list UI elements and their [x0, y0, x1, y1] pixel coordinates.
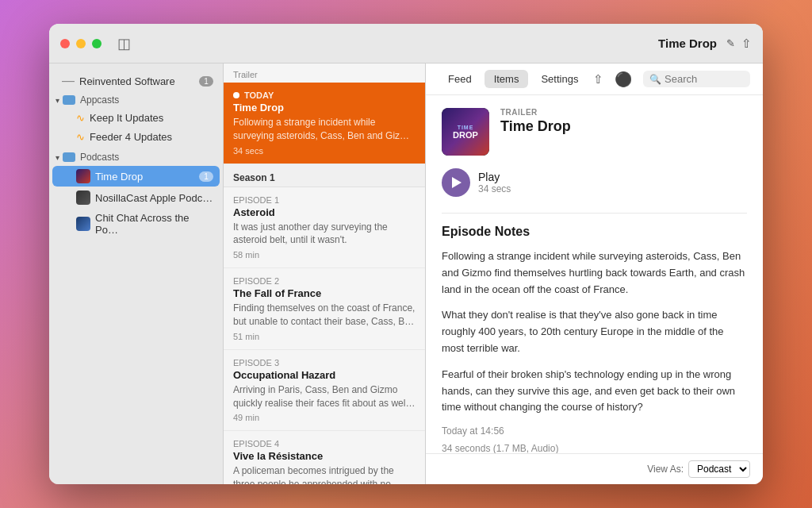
appcasts-folder-icon [63, 95, 75, 105]
main-window: ◫ Time Drop ✎ ⇧ — Reinvented Software 1 … [49, 24, 763, 484]
window-title: Time Drop [658, 37, 717, 50]
right-episode-title: Time Drop [500, 118, 747, 135]
close-button[interactable] [60, 39, 70, 48]
podcasts-label: Podcasts [80, 152, 119, 163]
middle-panel: Trailer TODAY Time Drop Following a stra… [224, 64, 426, 484]
play-info: Play 34 secs [478, 171, 511, 194]
search-input[interactable] [665, 73, 744, 85]
sidebar-item-time-drop[interactable]: Time Drop 1 [52, 166, 220, 187]
time-drop-badge: 1 [199, 171, 213, 182]
right-panel: Feed Items Settings ⇧ ⚫ 🔍 [426, 64, 763, 484]
right-toolbar: Feed Items Settings ⇧ ⚫ 🔍 [426, 64, 763, 95]
view-as-label: View As: [647, 464, 684, 475]
episode-header: TIME DROP TRAILER Time Drop [442, 108, 747, 156]
notes-meta-date: Today at 14:56 [442, 425, 747, 437]
play-row: Play 34 secs [442, 168, 747, 197]
upload-icon[interactable]: ⇧ [741, 37, 752, 51]
ep2-desc: Finding themselves on the coast of Franc… [233, 302, 416, 329]
episode-item-2[interactable]: EPISODE 2 The Fall of France Finding the… [224, 268, 425, 350]
search-box[interactable]: 🔍 [643, 71, 750, 87]
notes-meta-size: 34 seconds (1.7 MB, Audio) [442, 443, 747, 453]
sidebar-item-chit-chat[interactable]: Chit Chat Across the Po… [52, 209, 220, 239]
appcasts-chevron: ▾ [56, 96, 59, 105]
appcasts-label: Appcasts [80, 94, 119, 106]
rss-icon-feeder: ∿ [76, 131, 85, 143]
notes-para-3: Fearful of their broken ship's technolog… [442, 367, 747, 416]
titlebar: ◫ Time Drop ✎ ⇧ [49, 24, 763, 64]
rss-icon-keep: ∿ [76, 112, 85, 124]
nosilla-label: NosillaCast Apple Podc… [95, 192, 213, 204]
time-drop-icon [76, 169, 90, 183]
play-duration: 34 secs [478, 183, 511, 194]
play-button[interactable] [442, 168, 470, 197]
play-triangle-icon [452, 177, 462, 188]
sidebar-item-nosilla[interactable]: NosillaCast Apple Podc… [52, 187, 220, 208]
ep2-duration: 51 min [233, 332, 416, 341]
minimize-button[interactable] [76, 39, 86, 48]
season1-header: Season 1 [224, 164, 425, 187]
episode-item-1[interactable]: EPISODE 1 Asteroid It was just another d… [224, 187, 425, 269]
reinvented-badge: 1 [199, 76, 213, 87]
trailer-tag: TRAILER [500, 108, 747, 117]
artwork-time-text: TIME [458, 125, 474, 130]
ep4-desc: A policeman becomes intrigued by the thr… [233, 464, 416, 484]
keep-it-label: Keep It Updates [90, 112, 213, 124]
ep4-number: EPISODE 4 [233, 439, 416, 448]
play-label: Play [478, 171, 511, 183]
edit-icon[interactable]: ✎ [726, 37, 735, 49]
sidebar-toggle-icon[interactable]: ◫ [113, 33, 136, 54]
artwork-drop-text: DROP [453, 130, 478, 140]
time-drop-label: Time Drop [95, 171, 199, 183]
feeder-label: Feeder 4 Updates [90, 131, 213, 143]
trailer-title: Time Drop [233, 102, 416, 114]
ep2-number: EPISODE 2 [233, 276, 416, 286]
notes-para-1: Following a strange incident while surve… [442, 248, 747, 298]
ep1-number: EPISODE 1 [233, 195, 416, 205]
chit-chat-label: Chit Chat Across the Po… [95, 212, 213, 236]
sidebar: — Reinvented Software 1 ▾ Appcasts ∿ Kee… [49, 64, 224, 484]
ep1-duration: 58 min [233, 250, 416, 260]
episode-item-3[interactable]: EPISODE 3 Occupational Hazard Arriving i… [224, 350, 425, 432]
traffic-lights [60, 39, 102, 48]
chit-chat-icon [76, 217, 90, 231]
trailer-header: Trailer [224, 64, 425, 83]
nosilla-icon [76, 190, 90, 205]
ep1-title: Asteroid [233, 206, 416, 218]
sidebar-item-feeder-updates[interactable]: ∿ Feeder 4 Updates [52, 128, 220, 146]
appcasts-group[interactable]: ▾ Appcasts [49, 92, 223, 108]
podcasts-chevron: ▾ [56, 153, 59, 162]
maximize-button[interactable] [92, 39, 102, 48]
view-as-select[interactable]: Podcast [688, 460, 750, 478]
today-indicator: TODAY [233, 90, 416, 100]
profile-icon[interactable]: ⚫ [615, 71, 632, 88]
podcasts-folder-icon [63, 152, 75, 162]
today-dot [233, 92, 239, 98]
ep4-title: Vive la Résistance [233, 450, 416, 462]
artwork-inner: TIME DROP [442, 108, 489, 156]
share-icon[interactable]: ⇧ [593, 72, 603, 87]
tab-feed[interactable]: Feed [439, 70, 481, 88]
ep3-desc: Arriving in Paris, Cass, Ben and Gizmo q… [233, 383, 416, 410]
bottom-bar: View As: Podcast [426, 453, 763, 484]
tab-items[interactable]: Items [485, 70, 529, 88]
trailer-episode-item[interactable]: TODAY Time Drop Following a strange inci… [224, 83, 425, 164]
trailer-duration: 34 secs [233, 146, 416, 156]
ep3-title: Occupational Hazard [233, 369, 416, 381]
episode-header-info: TRAILER Time Drop [500, 108, 747, 135]
right-toolbar-icons: ⇧ ⚫ 🔍 [593, 71, 750, 88]
content-area: — Reinvented Software 1 ▾ Appcasts ∿ Kee… [49, 64, 763, 484]
section-divider [442, 213, 747, 214]
episode-item-4[interactable]: EPISODE 4 Vive la Résistance A policeman… [224, 431, 425, 484]
right-content: TIME DROP TRAILER Time Drop Pl [426, 95, 763, 453]
tab-settings[interactable]: Settings [531, 70, 588, 88]
reinvented-label: Reinvented Software [79, 75, 199, 87]
ep3-number: EPISODE 3 [233, 358, 416, 368]
notes-title: Episode Notes [442, 225, 747, 239]
today-label: TODAY [244, 90, 274, 100]
podcasts-group[interactable]: ▾ Podcasts [49, 149, 223, 165]
episode-artwork: TIME DROP [442, 108, 489, 156]
sidebar-item-reinvented[interactable]: — Reinvented Software 1 [52, 71, 220, 91]
search-icon: 🔍 [649, 74, 661, 85]
ep2-title: The Fall of France [233, 287, 416, 299]
sidebar-item-keep-it-updates[interactable]: ∿ Keep It Updates [52, 109, 220, 127]
